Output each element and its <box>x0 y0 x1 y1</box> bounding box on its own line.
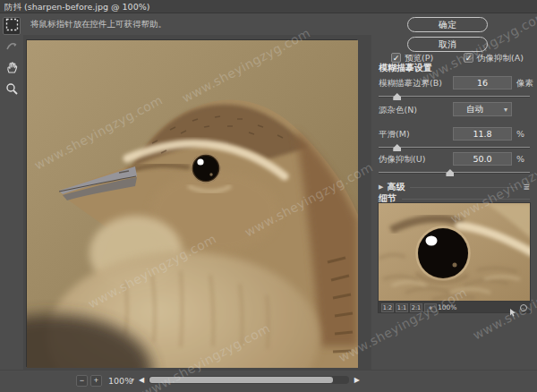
zoom-level-caret-icon[interactable]: ▾ <box>131 376 134 384</box>
blur-trace-bounds-input[interactable] <box>453 76 512 89</box>
source-noise-value: 自动 <box>466 104 483 114</box>
hand-tool[interactable] <box>3 60 21 78</box>
smoothing-unit: % <box>516 129 524 139</box>
smoothing-slider[interactable] <box>379 143 530 152</box>
detail-zoom-level: 100% <box>438 303 456 311</box>
enhance-at-loupe-icon[interactable] <box>508 303 517 312</box>
ok-button[interactable]: 确定 <box>407 17 488 32</box>
zoom-level-value[interactable]: 100% <box>108 376 132 386</box>
image-preview[interactable] <box>26 39 357 367</box>
slider-track <box>379 172 530 174</box>
detail-zoom-bar: 1:2 1:1 2:1 + 100% <box>378 302 531 313</box>
window-title: 防抖 (sharpen-before.jpg @ 100%) <box>0 0 537 13</box>
artifact-suppression-unit: % <box>516 154 524 164</box>
detach-loupe-icon[interactable] <box>520 304 527 311</box>
settings-panel: 确定 取消 ✓ 预览(P) ✓ 伪像抑制(A) 模糊描摹设置 模糊描摹边界(B)… <box>371 13 537 370</box>
scrollbar-track[interactable] <box>149 376 349 384</box>
caret-down-icon: ▾ <box>504 104 507 116</box>
detail-zoom-1-2-button[interactable]: 1:2 <box>381 303 394 312</box>
scroll-right-icon[interactable]: ▶ <box>354 376 360 385</box>
zoom-in-button[interactable]: + <box>90 375 102 387</box>
slider-track <box>379 96 530 98</box>
divider <box>410 187 517 188</box>
blur-estimation-icon <box>5 18 19 35</box>
cancel-button[interactable]: 取消 <box>407 37 488 52</box>
blur-estimation-tool[interactable] <box>3 17 21 35</box>
magnifier-icon <box>5 82 19 99</box>
blur-trace-bounds-unit: 像素 <box>516 78 533 89</box>
slider-thumb[interactable] <box>446 169 454 176</box>
scroll-left-icon[interactable]: ◀ <box>139 376 144 385</box>
zoom-out-button[interactable]: − <box>76 375 88 387</box>
artifact-suppression-slider[interactable] <box>379 168 530 177</box>
blur-trace-settings-title: 模糊描摹设置 <box>379 62 432 74</box>
advanced-section-label: 高级 <box>387 181 405 193</box>
preview-canvas <box>23 35 371 370</box>
horizontal-scrollbar[interactable]: ◀ ▶ <box>139 374 360 388</box>
collapsed-arrow-icon: ▶ <box>379 183 383 191</box>
status-bar: − + 100% ▾ ◀ ▶ <box>0 370 537 392</box>
scrollbar-thumb[interactable] <box>149 377 333 383</box>
detail-zoom-2-1-button[interactable]: 2:1 <box>410 303 422 312</box>
blur-direction-icon <box>5 39 19 56</box>
detail-preview[interactable] <box>378 202 531 302</box>
detail-zoom-in-button[interactable]: + <box>424 303 437 312</box>
blur-direction-tool[interactable] <box>3 38 21 56</box>
tool-column <box>0 13 23 392</box>
hint-text: 将鼠标指针放在控件上可获得帮助。 <box>23 13 371 35</box>
artifact-suppression-slider-label: 伪像抑制(U) <box>379 154 425 166</box>
artifact-suppression-checkbox-label[interactable]: 伪像抑制(A) <box>477 53 524 64</box>
slider-track <box>379 147 530 149</box>
artifact-suppression-checkbox[interactable]: ✓ <box>464 53 473 63</box>
detail-zoom-1-1-button[interactable]: 1:1 <box>396 303 408 312</box>
source-noise-label: 源杂色(N) <box>379 105 417 116</box>
hand-icon <box>5 61 19 78</box>
slider-thumb[interactable] <box>393 144 401 151</box>
artifact-suppression-input[interactable] <box>453 152 512 166</box>
advanced-section-toggle[interactable]: ▶ 高级 ≣ <box>379 182 530 192</box>
blur-trace-bounds-slider[interactable] <box>379 92 530 101</box>
slider-thumb[interactable] <box>393 93 401 100</box>
divider <box>402 199 530 200</box>
zoom-tool[interactable] <box>3 81 21 99</box>
source-noise-select[interactable]: 自动 ▾ <box>453 102 512 116</box>
smoothing-input[interactable] <box>453 127 512 141</box>
panel-menu-icon[interactable]: ≣ <box>523 183 530 192</box>
smoothing-label: 平滑(M) <box>379 129 410 141</box>
blur-trace-bounds-label: 模糊描摹边界(B) <box>379 78 442 89</box>
